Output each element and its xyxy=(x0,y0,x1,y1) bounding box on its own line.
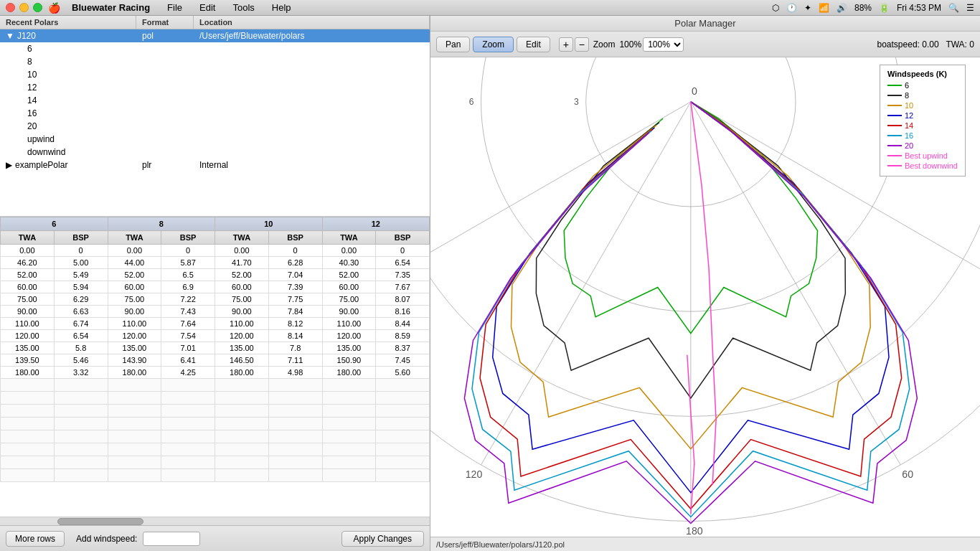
table-cell[interactable] xyxy=(268,456,322,469)
table-cell[interactable] xyxy=(1,443,55,456)
list-item[interactable]: 20 xyxy=(0,120,430,133)
table-row[interactable] xyxy=(1,443,430,456)
table-cell[interactable] xyxy=(108,379,161,392)
table-cell[interactable]: 5.00 xyxy=(54,257,108,269)
table-row[interactable] xyxy=(1,456,430,469)
table-cell[interactable] xyxy=(1,469,55,482)
table-cell[interactable] xyxy=(376,379,430,392)
table-cell[interactable] xyxy=(268,469,322,482)
table-cell[interactable]: 135.00 xyxy=(215,342,269,354)
table-cell[interactable]: 7.75 xyxy=(268,293,322,306)
table-cell[interactable]: 6.74 xyxy=(54,318,108,330)
table-cell[interactable]: 5.94 xyxy=(54,281,108,293)
table-cell[interactable]: 75.00 xyxy=(215,293,269,306)
table-cell[interactable]: 120.00 xyxy=(215,330,269,342)
table-cell[interactable] xyxy=(1,456,55,469)
table-cell[interactable]: 110.00 xyxy=(108,318,161,330)
table-cell[interactable]: 0.00 xyxy=(1,245,55,257)
table-cell[interactable] xyxy=(161,392,215,405)
maximize-button[interactable] xyxy=(33,3,42,12)
table-cell[interactable]: 7.22 xyxy=(161,293,215,306)
table-cell[interactable]: 0 xyxy=(268,245,322,257)
table-cell[interactable] xyxy=(108,443,161,456)
table-cell[interactable]: 135.00 xyxy=(1,342,55,354)
zoom-out-button[interactable]: − xyxy=(575,37,589,52)
table-cell[interactable]: 0.00 xyxy=(322,245,376,257)
table-cell[interactable] xyxy=(268,405,322,418)
table-cell[interactable] xyxy=(268,430,322,443)
table-row[interactable] xyxy=(1,430,430,443)
table-cell[interactable]: 52.00 xyxy=(1,269,55,281)
table-cell[interactable] xyxy=(54,469,108,482)
polar-canvas[interactable]: 0 30 60 90 120 150 180 3 6 9 12 xyxy=(430,57,980,537)
table-cell[interactable] xyxy=(215,379,269,392)
table-cell[interactable]: 8.12 xyxy=(268,318,322,330)
apply-changes-button[interactable]: Apply Changes xyxy=(341,531,424,547)
table-cell[interactable]: 0 xyxy=(376,245,430,257)
table-cell[interactable] xyxy=(161,430,215,443)
table-cell[interactable]: 8.44 xyxy=(376,318,430,330)
table-row[interactable]: 139.505.46143.906.41146.507.11150.907.45 xyxy=(1,354,430,367)
list-item[interactable]: upwind xyxy=(0,133,430,146)
table-cell[interactable]: 110.00 xyxy=(215,318,269,330)
close-button[interactable] xyxy=(6,3,15,12)
table-cell[interactable] xyxy=(322,379,376,392)
windspeed-input[interactable] xyxy=(143,532,200,546)
table-cell[interactable] xyxy=(376,443,430,456)
table-cell[interactable] xyxy=(268,443,322,456)
table-cell[interactable] xyxy=(108,392,161,405)
list-item[interactable]: 12 xyxy=(0,81,430,94)
table-cell[interactable]: 4.98 xyxy=(268,367,322,379)
table-cell[interactable] xyxy=(161,469,215,482)
horizontal-scrollbar[interactable] xyxy=(0,517,430,525)
table-cell[interactable] xyxy=(322,418,376,430)
table-cell[interactable] xyxy=(54,405,108,418)
table-cell[interactable]: 120.00 xyxy=(322,330,376,342)
pan-tool-button[interactable]: Pan xyxy=(436,37,470,52)
table-row[interactable]: 0.0000.0000.0000.000 xyxy=(1,245,430,257)
table-cell[interactable]: 6.63 xyxy=(54,306,108,318)
table-cell[interactable] xyxy=(54,418,108,430)
table-row[interactable]: 135.005.8135.007.01135.007.8135.008.37 xyxy=(1,342,430,354)
list-item[interactable]: 10 xyxy=(0,68,430,81)
table-cell[interactable] xyxy=(322,456,376,469)
table-cell[interactable] xyxy=(215,405,269,418)
table-cell[interactable] xyxy=(322,392,376,405)
table-cell[interactable]: 7.84 xyxy=(268,306,322,318)
table-cell[interactable]: 8.16 xyxy=(376,306,430,318)
table-cell[interactable] xyxy=(161,456,215,469)
table-cell[interactable]: 60.00 xyxy=(1,281,55,293)
table-cell[interactable]: 7.11 xyxy=(268,354,322,367)
table-cell[interactable]: 110.00 xyxy=(322,318,376,330)
table-row[interactable]: 120.006.54120.007.54120.008.14120.008.59 xyxy=(1,330,430,342)
table-cell[interactable] xyxy=(1,392,55,405)
disclosure-icon[interactable]: ▶ xyxy=(6,160,12,170)
table-cell[interactable]: 0 xyxy=(54,245,108,257)
apple-icon[interactable]: 🍎 xyxy=(48,2,60,14)
table-cell[interactable] xyxy=(215,418,269,430)
table-cell[interactable]: 52.00 xyxy=(215,269,269,281)
table-cell[interactable] xyxy=(54,430,108,443)
table-cell[interactable] xyxy=(54,379,108,392)
table-cell[interactable] xyxy=(215,469,269,482)
table-cell[interactable] xyxy=(268,392,322,405)
table-cell[interactable]: 120.00 xyxy=(108,330,161,342)
table-cell[interactable]: 6.54 xyxy=(376,257,430,269)
table-row[interactable]: 52.005.4952.006.552.007.0452.007.35 xyxy=(1,269,430,281)
list-item[interactable]: 16 xyxy=(0,107,430,120)
zoom-in-button[interactable]: + xyxy=(559,37,573,52)
menu-tools[interactable]: Tools xyxy=(230,1,257,14)
table-cell[interactable]: 6.41 xyxy=(161,354,215,367)
table-row[interactable]: 90.006.6390.007.4390.007.8490.008.16 xyxy=(1,306,430,318)
table-cell[interactable]: 90.00 xyxy=(108,306,161,318)
table-cell[interactable]: 139.50 xyxy=(1,354,55,367)
table-cell[interactable]: 7.43 xyxy=(161,306,215,318)
minimize-button[interactable] xyxy=(19,3,29,12)
table-cell[interactable]: 52.00 xyxy=(322,269,376,281)
edit-tool-button[interactable]: Edit xyxy=(517,37,550,52)
table-cell[interactable] xyxy=(376,392,430,405)
table-cell[interactable]: 8.07 xyxy=(376,293,430,306)
table-cell[interactable]: 3.32 xyxy=(54,367,108,379)
table-cell[interactable] xyxy=(108,405,161,418)
table-row[interactable] xyxy=(1,469,430,482)
